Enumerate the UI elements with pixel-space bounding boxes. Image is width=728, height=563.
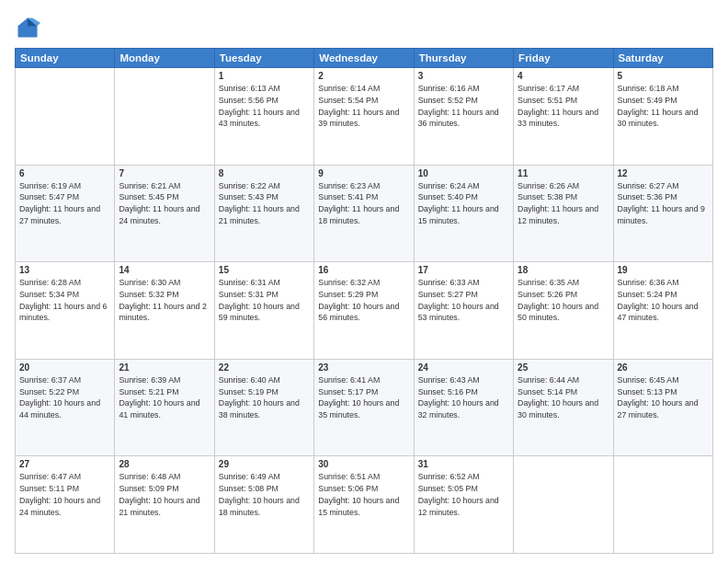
calendar-table: SundayMondayTuesdayWednesdayThursdayFrid… — [15, 48, 713, 554]
day-detail: Sunrise: 6:35 AMSunset: 5:26 PMDaylight:… — [518, 277, 609, 324]
calendar-cell: 4Sunrise: 6:17 AMSunset: 5:51 PMDaylight… — [514, 68, 613, 166]
day-detail: Sunrise: 6:33 AMSunset: 5:27 PMDaylight:… — [418, 277, 509, 324]
calendar-cell: 28Sunrise: 6:48 AMSunset: 5:09 PMDayligh… — [115, 456, 214, 554]
day-detail: Sunrise: 6:36 AMSunset: 5:24 PMDaylight:… — [618, 277, 709, 324]
day-number: 6 — [19, 168, 110, 178]
day-detail: Sunrise: 6:40 AMSunset: 5:19 PMDaylight:… — [219, 374, 310, 421]
day-detail: Sunrise: 6:24 AMSunset: 5:40 PMDaylight:… — [418, 180, 509, 227]
day-detail: Sunrise: 6:32 AMSunset: 5:29 PMDaylight:… — [318, 277, 409, 324]
day-detail: Sunrise: 6:43 AMSunset: 5:16 PMDaylight:… — [418, 374, 509, 421]
day-number: 30 — [318, 459, 409, 469]
day-detail: Sunrise: 6:37 AMSunset: 5:22 PMDaylight:… — [19, 374, 110, 421]
day-number: 9 — [318, 168, 409, 178]
day-detail: Sunrise: 6:26 AMSunset: 5:38 PMDaylight:… — [518, 180, 609, 227]
day-number: 16 — [318, 265, 409, 275]
day-detail: Sunrise: 6:18 AMSunset: 5:49 PMDaylight:… — [618, 83, 709, 130]
day-number: 7 — [119, 168, 210, 178]
day-number: 13 — [19, 265, 110, 275]
day-detail: Sunrise: 6:30 AMSunset: 5:32 PMDaylight:… — [119, 277, 210, 324]
day-number: 3 — [418, 71, 509, 81]
day-number: 8 — [219, 168, 310, 178]
calendar-cell: 11Sunrise: 6:26 AMSunset: 5:38 PMDayligh… — [514, 165, 613, 262]
calendar-cell: 24Sunrise: 6:43 AMSunset: 5:16 PMDayligh… — [414, 359, 513, 456]
calendar-cell: 20Sunrise: 6:37 AMSunset: 5:22 PMDayligh… — [16, 359, 115, 456]
calendar-cell: 31Sunrise: 6:52 AMSunset: 5:05 PMDayligh… — [414, 456, 513, 554]
week-row-3: 20Sunrise: 6:37 AMSunset: 5:22 PMDayligh… — [16, 359, 713, 456]
day-number: 26 — [618, 362, 709, 373]
weekday-friday: Friday — [514, 49, 613, 68]
calendar-cell: 21Sunrise: 6:39 AMSunset: 5:21 PMDayligh… — [115, 359, 214, 456]
day-number: 24 — [418, 362, 509, 373]
day-detail: Sunrise: 6:44 AMSunset: 5:14 PMDaylight:… — [518, 374, 609, 421]
day-detail: Sunrise: 6:49 AMSunset: 5:08 PMDaylight:… — [219, 471, 310, 518]
day-number: 14 — [119, 265, 210, 275]
calendar-cell: 15Sunrise: 6:31 AMSunset: 5:31 PMDayligh… — [214, 262, 313, 360]
day-number: 21 — [119, 362, 210, 373]
day-detail: Sunrise: 6:19 AMSunset: 5:47 PMDaylight:… — [19, 180, 110, 227]
day-detail: Sunrise: 6:22 AMSunset: 5:43 PMDaylight:… — [219, 180, 310, 227]
calendar-cell — [115, 68, 214, 166]
day-detail: Sunrise: 6:21 AMSunset: 5:45 PMDaylight:… — [119, 180, 210, 227]
day-number: 25 — [518, 362, 609, 373]
calendar-cell: 30Sunrise: 6:51 AMSunset: 5:06 PMDayligh… — [314, 456, 414, 554]
day-number: 17 — [418, 265, 509, 275]
day-detail: Sunrise: 6:51 AMSunset: 5:06 PMDaylight:… — [318, 471, 409, 518]
page: SundayMondayTuesdayWednesdayThursdayFrid… — [0, 0, 728, 563]
day-detail: Sunrise: 6:16 AMSunset: 5:52 PMDaylight:… — [418, 83, 509, 130]
calendar-cell — [514, 456, 613, 554]
weekday-wednesday: Wednesday — [314, 49, 414, 68]
week-row-2: 13Sunrise: 6:28 AMSunset: 5:34 PMDayligh… — [16, 262, 713, 360]
calendar-cell: 12Sunrise: 6:27 AMSunset: 5:36 PMDayligh… — [613, 165, 712, 262]
day-number: 12 — [618, 168, 709, 178]
week-row-4: 27Sunrise: 6:47 AMSunset: 5:11 PMDayligh… — [16, 456, 713, 554]
calendar-cell: 26Sunrise: 6:45 AMSunset: 5:13 PMDayligh… — [613, 359, 712, 456]
calendar-cell: 29Sunrise: 6:49 AMSunset: 5:08 PMDayligh… — [214, 456, 313, 554]
day-number: 10 — [418, 168, 509, 178]
day-number: 28 — [119, 459, 210, 469]
calendar-cell: 8Sunrise: 6:22 AMSunset: 5:43 PMDaylight… — [214, 165, 313, 262]
day-detail: Sunrise: 6:17 AMSunset: 5:51 PMDaylight:… — [518, 83, 609, 130]
day-number: 1 — [219, 71, 310, 81]
day-detail: Sunrise: 6:27 AMSunset: 5:36 PMDaylight:… — [618, 180, 709, 227]
day-detail: Sunrise: 6:13 AMSunset: 5:56 PMDaylight:… — [219, 83, 310, 130]
logo-icon — [15, 15, 40, 40]
weekday-monday: Monday — [115, 49, 214, 68]
day-detail: Sunrise: 6:23 AMSunset: 5:41 PMDaylight:… — [318, 180, 409, 227]
calendar-cell: 17Sunrise: 6:33 AMSunset: 5:27 PMDayligh… — [414, 262, 513, 360]
logo — [15, 15, 44, 40]
day-number: 27 — [19, 459, 110, 469]
day-number: 5 — [618, 71, 709, 81]
day-detail: Sunrise: 6:14 AMSunset: 5:54 PMDaylight:… — [318, 83, 409, 130]
calendar-cell: 16Sunrise: 6:32 AMSunset: 5:29 PMDayligh… — [314, 262, 414, 360]
calendar-cell: 23Sunrise: 6:41 AMSunset: 5:17 PMDayligh… — [314, 359, 414, 456]
day-number: 31 — [418, 459, 509, 469]
calendar-cell: 7Sunrise: 6:21 AMSunset: 5:45 PMDaylight… — [115, 165, 214, 262]
calendar-cell: 1Sunrise: 6:13 AMSunset: 5:56 PMDaylight… — [214, 68, 313, 166]
day-number: 19 — [618, 265, 709, 275]
calendar-cell: 5Sunrise: 6:18 AMSunset: 5:49 PMDaylight… — [613, 68, 712, 166]
weekday-thursday: Thursday — [414, 49, 513, 68]
calendar-cell: 25Sunrise: 6:44 AMSunset: 5:14 PMDayligh… — [514, 359, 613, 456]
day-detail: Sunrise: 6:31 AMSunset: 5:31 PMDaylight:… — [219, 277, 310, 324]
weekday-tuesday: Tuesday — [214, 49, 313, 68]
day-detail: Sunrise: 6:41 AMSunset: 5:17 PMDaylight:… — [318, 374, 409, 421]
day-number: 29 — [219, 459, 310, 469]
header — [15, 11, 713, 40]
day-number: 15 — [219, 265, 310, 275]
calendar-cell: 2Sunrise: 6:14 AMSunset: 5:54 PMDaylight… — [314, 68, 414, 166]
week-row-1: 6Sunrise: 6:19 AMSunset: 5:47 PMDaylight… — [16, 165, 713, 262]
day-detail: Sunrise: 6:39 AMSunset: 5:21 PMDaylight:… — [119, 374, 210, 421]
calendar-cell: 22Sunrise: 6:40 AMSunset: 5:19 PMDayligh… — [214, 359, 313, 456]
day-number: 2 — [318, 71, 409, 81]
weekday-header-row: SundayMondayTuesdayWednesdayThursdayFrid… — [16, 49, 713, 68]
day-number: 4 — [518, 71, 609, 81]
day-number: 23 — [318, 362, 409, 373]
day-detail: Sunrise: 6:28 AMSunset: 5:34 PMDaylight:… — [19, 277, 110, 324]
calendar-cell: 19Sunrise: 6:36 AMSunset: 5:24 PMDayligh… — [613, 262, 712, 360]
day-number: 18 — [518, 265, 609, 275]
calendar-cell: 13Sunrise: 6:28 AMSunset: 5:34 PMDayligh… — [16, 262, 115, 360]
calendar-cell: 27Sunrise: 6:47 AMSunset: 5:11 PMDayligh… — [16, 456, 115, 554]
calendar-cell: 9Sunrise: 6:23 AMSunset: 5:41 PMDaylight… — [314, 165, 414, 262]
calendar-cell: 3Sunrise: 6:16 AMSunset: 5:52 PMDaylight… — [414, 68, 513, 166]
weekday-saturday: Saturday — [613, 49, 712, 68]
